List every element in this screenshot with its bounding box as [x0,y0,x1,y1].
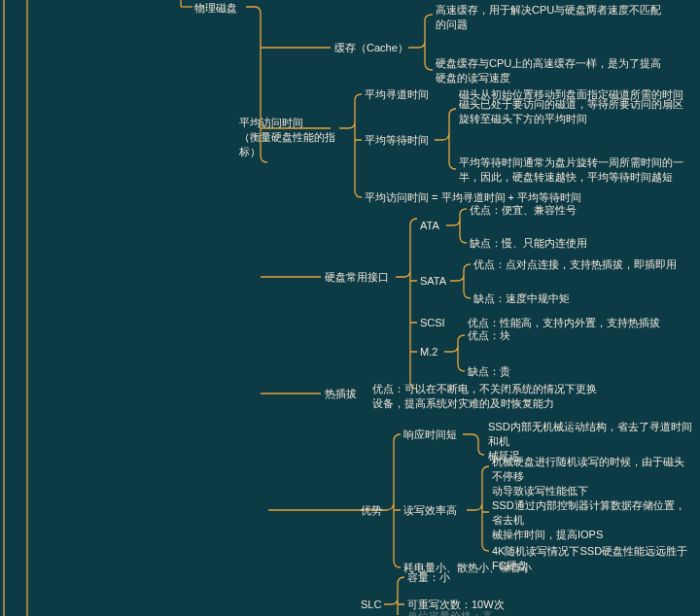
leaf-slc-price: 单位容量价格：高 [407,609,493,616]
node-advantage: 优势 [361,503,382,518]
node-hotplug: 热插拔 [325,387,357,401]
leaf-wait-desc2: 平均等待时间通常为盘片旋转一周所需时间的一 半，因此，硬盘转速越快，平均等待时间… [459,155,692,185]
leaf-m2-pro: 优点：块 [468,328,510,343]
leaf-ata-pro: 优点：便宜、兼容性号 [470,203,577,218]
mindmap-canvas: 物理磁盘 缓存（Cache） 高速缓存，用于解决CPU与硬盘两者速度不匹配 的问… [0,0,700,616]
leaf-cache-desc2: 硬盘缓存与CPU上的高速缓存一样，是为了提高 硬盘的读写速度 [436,56,679,86]
leaf-sata-con: 缺点：速度中规中矩 [473,291,570,306]
leaf-rweff-2: SSD通过内部控制器计算数据存储位置，省去机 械操作时间，提高IOPS [492,498,691,542]
node-seek: 平均寻道时间 [365,87,429,102]
node-response: 响应时间短 [403,428,457,442]
leaf-cache-desc1: 高速缓存，用于解决CPU与硬盘两者速度不匹配 的问题 [436,3,679,32]
node-ata: ATA [420,219,439,233]
node-cache: 缓存（Cache） [334,41,408,55]
node-rw-efficiency: 读写效率高 [403,503,457,518]
leaf-slc-cap: 容量：小 [407,570,450,585]
node-slc: SLC [361,598,381,612]
leaf-ata-con: 缺点：慢、只能内连使用 [470,236,587,251]
leaf-m2-con: 缺点：贵 [468,364,510,379]
leaf-hotplug-desc: 优点：可以在不断电，不关闭系统的情况下更换 设备，提高系统对灾难的及时恢复能力 [372,382,625,411]
leaf-wait-desc1: 磁头已处于要访问的磁道，等待所要访问的扇区 旋转至磁头下方的平均时间 [459,97,692,126]
node-avg-access: 平均访问时间 （衡量硬盘性能的指标） [239,116,340,159]
node-sata: SATA [420,274,446,289]
leaf-sata-pro: 优点：点对点连接，支持热插拔，即插即用 [473,257,677,272]
node-physical-disk: 物理磁盘 [194,1,237,16]
node-wait: 平均等待时间 [365,133,429,148]
leaf-rweff-1: 机械硬盘进行随机读写的时候，由于磁头不停移 动导致读写性能低下 [492,455,691,498]
node-m2: M.2 [420,345,438,359]
node-interface: 硬盘常用接口 [325,270,389,285]
node-scsi: SCSI [420,316,445,330]
